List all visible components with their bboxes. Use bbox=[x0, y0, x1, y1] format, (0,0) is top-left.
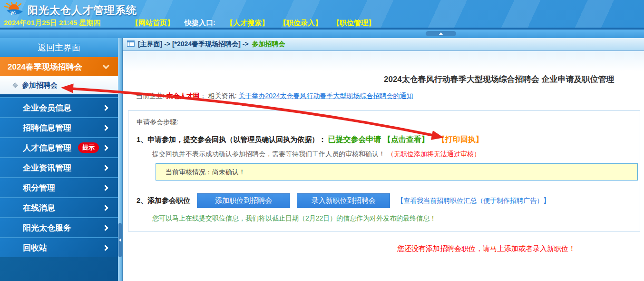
step1-note-warning: （无职位添加将无法通过审核） bbox=[387, 150, 480, 158]
deadline-note: 您可以马上在线提交职位信息，我们将以截止日期（2月22日）的信息作为对外发布的最… bbox=[128, 214, 640, 223]
sidebar-item-label: 积分管理 bbox=[23, 182, 55, 193]
chevron-right-icon bbox=[102, 245, 108, 251]
sidebar-item-recruit-info[interactable]: 招聘信息管理 bbox=[0, 117, 118, 137]
sidebar-item-points[interactable]: 积分管理 bbox=[0, 177, 118, 197]
steps-panel: 申请参会步骤: 1、申请参加，提交参会回执（以管理员确认回执为依据）： 已提交参… bbox=[128, 110, 640, 231]
sidebar-item-label: 阳光太仓服务 bbox=[23, 222, 71, 233]
step1-line: 1、申请参加，提交参会回执（以管理员确认回执为依据）： 已提交参会申请 【点击查… bbox=[128, 135, 640, 145]
svg-text:yc: yc bbox=[10, 10, 16, 15]
header-band bbox=[0, 30, 644, 38]
window-icon bbox=[127, 40, 135, 48]
empty-jobs-warning: 您还没有添加招聘会职位，请马上添加或者录入新职位！ bbox=[123, 244, 644, 253]
top-nav: 【网站首页】 快捷入口: 【人才搜索】 【职位录入】 【职位管理】 bbox=[131, 19, 375, 28]
audit-status-text: 当前审核情况：尚未确认！ bbox=[166, 168, 245, 176]
sidebar-item-company-news[interactable]: 企业资讯管理 bbox=[0, 157, 118, 177]
sidebar-item-member-info[interactable]: 企业会员信息 bbox=[0, 97, 118, 117]
breadcrumb-path[interactable]: [主界面] -> [*2024春季现场招聘会] -> bbox=[138, 40, 249, 49]
sidebar-subitem-join-fair[interactable]: 参加招聘会 bbox=[0, 76, 118, 94]
chevron-right-icon bbox=[102, 205, 108, 211]
step1-label: 1、申请参加，提交参会回执（以管理员确认回执为依据）： bbox=[137, 135, 326, 143]
print-receipt-link[interactable]: 【打印回执】 bbox=[438, 135, 483, 143]
triangle-left-icon bbox=[119, 238, 121, 242]
quick-entry-label: 快捷入口: bbox=[185, 19, 215, 28]
collapse-sidebar-handle[interactable] bbox=[118, 223, 122, 257]
collapse-header-handle[interactable] bbox=[426, 31, 456, 36]
chevron-right-icon bbox=[102, 105, 108, 111]
app-title: 阳光太仓人才管理系统 bbox=[28, 3, 137, 18]
audit-status-box: 当前审核情况：尚未确认！ bbox=[156, 163, 638, 181]
view-application-link[interactable]: 【点击查看】 bbox=[383, 135, 429, 143]
related-label: 相关资讯: bbox=[208, 92, 237, 100]
datetime: 2024年01月25日 21:45 星期四 bbox=[4, 19, 131, 28]
sidebar-item-messages[interactable]: 在线消息 bbox=[0, 197, 118, 217]
main-content: [主界面] -> [*2024春季现场招聘会] -> 参加招聘会 2024太仓春… bbox=[123, 38, 644, 281]
sidebar-subitem-label: 参加招聘会 bbox=[22, 81, 58, 90]
sidebar-item-label: 人才信息管理 bbox=[23, 142, 71, 153]
page-title: 2024太仓春风行动春季大型现场综合招聘会 企业申请及职位管理 bbox=[123, 51, 644, 85]
step2-line: 2、添加参会职位 添加职位到招聘会 录入新职位到招聘会 【查看我当前招聘职位汇总… bbox=[128, 193, 640, 208]
nav-talent-search-link[interactable]: 【人才搜索】 bbox=[226, 19, 269, 28]
enter-new-job-button[interactable]: 录入新职位到招聘会 bbox=[297, 193, 390, 208]
step1-status: 已提交参会申请 bbox=[328, 135, 381, 143]
nav-job-manage-link[interactable]: 【职位管理】 bbox=[332, 19, 375, 28]
step1-note: 提交回执并不表示成功确认参加招聘会，需要等待我们工作人员的审核和确认！ （无职位… bbox=[128, 150, 640, 159]
sidebar: 返回主界面 2024春季现场招聘会 参加招聘会 企业会员信息 招聘信息管理 人才… bbox=[0, 38, 118, 281]
header-subrow: 2024年01月25日 21:45 星期四 【网站首页】 快捷入口: 【人才搜索… bbox=[4, 17, 644, 29]
add-job-to-fair-button[interactable]: 添加职位到招聘会 bbox=[197, 193, 290, 208]
sidebar-item-recycle-bin[interactable]: 回收站 bbox=[0, 237, 118, 257]
alert-badge: 提示 bbox=[78, 142, 99, 153]
sidebar-item-label: 企业会员信息 bbox=[23, 102, 71, 113]
sidebar-item-label: 企业资讯管理 bbox=[23, 162, 71, 173]
app-window: yc 阳光太仓人才管理系统 2024年01月25日 21:45 星期四 【网站首… bbox=[0, 0, 644, 281]
sidebar-item-job-fair-active[interactable]: 2024春季现场招聘会 bbox=[0, 57, 118, 76]
sidebar-item-label: 在线消息 bbox=[23, 202, 55, 213]
chevron-right-icon bbox=[102, 165, 108, 171]
chevron-right-icon bbox=[102, 125, 108, 131]
sidebar-item-label: 招聘信息管理 bbox=[23, 122, 71, 133]
body: 返回主界面 2024春季现场招聘会 参加招聘会 企业会员信息 招聘信息管理 人才… bbox=[0, 38, 644, 281]
sun-logo-icon: yc bbox=[4, 2, 25, 19]
sidebar-filler bbox=[0, 257, 118, 281]
logo: yc 阳光太仓人才管理系统 bbox=[4, 2, 137, 19]
chevron-right-icon bbox=[102, 145, 108, 151]
chevron-down-icon bbox=[103, 62, 109, 69]
nav-home-link[interactable]: 【网站首页】 bbox=[131, 19, 174, 28]
steps-label: 申请参会步骤: bbox=[128, 118, 640, 127]
triangle-up-icon bbox=[439, 32, 443, 35]
job-summary-link[interactable]: 【查看我当前招聘职位汇总（便于制作招聘广告）】 bbox=[397, 197, 550, 205]
sidebar-item-services[interactable]: 阳光太仓服务 bbox=[0, 217, 118, 237]
company-line: 当前企业: 太仓人才网； 相关资讯: 关于举办2024太仓春风行动春季大型现场综… bbox=[123, 92, 644, 100]
sidebar-item-talent-info[interactable]: 人才信息管理 提示 bbox=[0, 137, 118, 157]
chevron-right-icon bbox=[102, 185, 108, 191]
step1-note-text: 提交回执并不表示成功确认参加招聘会，需要等待我们工作人员的审核和确认！ bbox=[152, 150, 385, 158]
back-to-main-button[interactable]: 返回主界面 bbox=[0, 38, 118, 57]
separator: ； bbox=[200, 92, 206, 100]
sidebar-strip bbox=[118, 38, 123, 281]
sidebar-item-label: 回收站 bbox=[23, 242, 47, 253]
breadcrumb-current: 参加招聘会 bbox=[252, 40, 285, 49]
header: yc 阳光太仓人才管理系统 2024年01月25日 21:45 星期四 【网站首… bbox=[0, 0, 644, 38]
chevron-right-icon bbox=[102, 225, 108, 231]
diamond-icon bbox=[12, 82, 18, 88]
breadcrumb: [主界面] -> [*2024春季现场招聘会] -> 参加招聘会 bbox=[123, 38, 644, 51]
company-label: 当前企业: bbox=[136, 92, 165, 100]
related-notice-link[interactable]: 关于举办2024太仓春风行动春季大型现场综合招聘会的通知 bbox=[238, 92, 413, 100]
step2-label: 2、添加参会职位 bbox=[137, 196, 190, 205]
content-area: 2024太仓春风行动春季大型现场综合招聘会 企业申请及职位管理 当前企业: 太仓… bbox=[123, 51, 644, 254]
company-name: 太仓人才网 bbox=[166, 92, 200, 100]
sidebar-item-label: 2024春季现场招聘会 bbox=[8, 61, 82, 72]
nav-job-entry-link[interactable]: 【职位录入】 bbox=[279, 19, 322, 28]
